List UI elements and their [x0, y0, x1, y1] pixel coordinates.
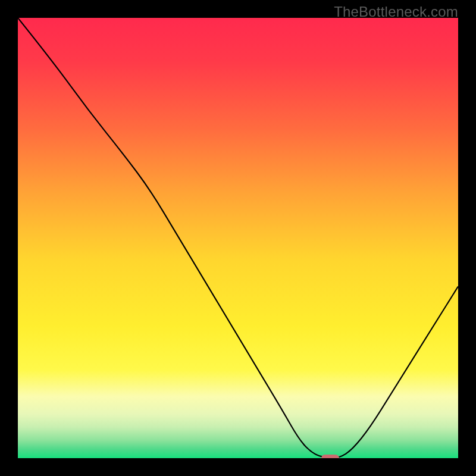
bottleneck-curve-path: [18, 18, 458, 458]
curve-svg: [18, 18, 458, 458]
chart-frame: TheBottleneck.com: [0, 0, 476, 476]
plot-area: [18, 18, 458, 458]
optimal-marker: [321, 455, 339, 458]
